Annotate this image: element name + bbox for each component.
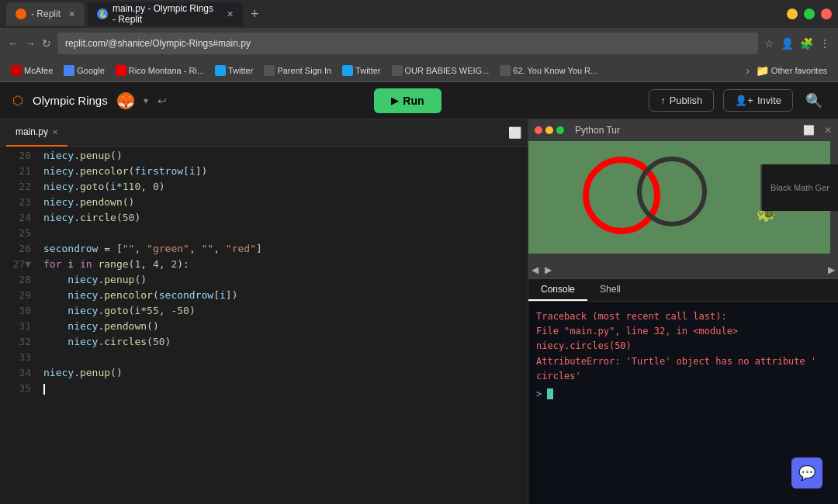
shell-tab[interactable]: Shell [587,279,633,301]
code-line-25: 25 [0,227,528,243]
code-content[interactable]: 20 niecy.penup() 21 niecy.pencolor(first… [0,147,528,504]
play-icon: ▶ [391,95,398,106]
address-input[interactable] [57,33,758,54]
window-controls [787,9,832,19]
bookmark-other-label: Other favorites [771,66,827,75]
bookmark-babies[interactable]: OUR BABIES WEIG... [387,64,494,78]
dropdown-chevron-icon[interactable]: ▾ [144,95,148,106]
code-line-35: 35 [0,382,528,398]
tab-replit-close[interactable]: ✕ [68,9,75,19]
bookmarks-more-button[interactable]: › [746,64,750,77]
turtle-maximize-icon[interactable] [556,126,564,134]
bookmark-62[interactable]: 62. You Know You R... [495,64,602,78]
tab-replit[interactable]: - Replit ✕ [6,2,85,26]
editor-tab-close[interactable]: ✕ [52,128,58,136]
new-tab-button[interactable]: + [246,6,264,22]
code-line-33: 33 [0,351,528,367]
bookmark-twitter2[interactable]: Twitter [338,64,385,78]
extensions-icon[interactable]: 🧩 [800,37,813,50]
rico-icon [116,65,126,76]
forward-icon[interactable]: → [25,37,36,50]
console-tab[interactable]: Console [528,279,587,301]
bookmark-google-label: Google [77,66,104,75]
tab-main-py[interactable]: 🐍 main.py - Olympic Rings - Replit ✕ [88,2,243,26]
close-button[interactable] [821,9,832,19]
console-cursor-icon [547,388,553,399]
publish-label: Publish [670,95,703,106]
profile-icon[interactable]: 👤 [781,37,794,50]
console-prompt: > [536,388,830,400]
browser-chrome: - Replit ✕ 🐍 main.py - Olympic Rings - R… [0,0,838,82]
invite-button[interactable]: 👤+ Invite [723,89,793,112]
code-line-32: 32 niecy.circles(50) [0,336,528,351]
editor-tabs: main.py ✕ ⬜ [0,119,528,147]
replit-header: ⬡ Olympic Rings 🦊 ▾ ↩ ▶ Run ↑ Publish 👤+… [0,82,838,119]
undo-button[interactable]: ↩ [158,95,167,107]
code-line-27: 27▼ for i in range(1, 4, 2): [0,258,528,274]
code-line-31: 31 niecy.pendown() [0,320,528,336]
reload-icon[interactable]: ↻ [42,37,51,50]
bookmark-star-icon[interactable]: ☆ [764,37,774,50]
run-label: Run [403,95,424,107]
bookmark-mcafee-label: McAfee [24,66,53,75]
parent-sign-in-icon [264,65,275,76]
search-button[interactable]: 🔍 [802,89,826,112]
turtle-window-buttons [535,126,564,134]
tab-main-py-close[interactable]: ✕ [227,9,234,19]
editor-tab-main-py[interactable]: main.py ✕ [6,119,68,147]
bookmark-rico[interactable]: Rico Montana - Ri... [111,64,209,78]
maximize-button[interactable] [804,9,815,19]
turtle-scrollbar-horizontal[interactable] [528,254,830,261]
bk62-icon [500,65,511,76]
publish-button[interactable]: ↑ Publish [649,89,714,112]
console-tab-label: Console [541,284,575,295]
turtle-nav-left[interactable]: ◀ [532,264,538,275]
run-button[interactable]: ▶ Run [374,88,441,113]
menu-icon[interactable]: ⋮ [819,37,830,50]
code-line-22: 22 niecy.goto(i*110, 0) [0,181,528,196]
console-tabs: Console Shell [528,279,838,302]
bookmark-rico-label: Rico Montana - Ri... [129,66,204,75]
bookmarks-bar: McAfee Google Rico Montana - Ri... Twitt… [0,59,838,82]
main-content: main.py ✕ ⬜ 20 niecy.penup() 21 niecy.pe… [0,119,838,504]
shell-tab-label: Shell [600,284,621,295]
bookmark-mcafee[interactable]: McAfee [6,64,57,78]
code-line-20: 20 niecy.penup() [0,150,528,165]
bookmark-google[interactable]: Google [59,64,109,78]
code-editor: main.py ✕ ⬜ 20 niecy.penup() 21 niecy.pe… [0,119,528,504]
side-panel-hint: Black Math Ger [760,164,838,211]
tab-bar: - Replit ✕ 🐍 main.py - Olympic Rings - R… [0,0,838,28]
bookmark-parent-sign-in-label: Parent Sign In [277,66,331,75]
bookmark-parent-sign-in[interactable]: Parent Sign In [259,64,336,78]
error-line-2: File "main.py", line 32, in <module> [536,324,830,339]
error-line-1: Traceback (most recent call last): [536,309,830,324]
replit-favicon [16,9,26,19]
turtle-titlebar: Python Tur ⬜ ✕ [528,119,838,141]
editor-maximize-icon[interactable]: ⬜ [508,126,521,139]
bookmark-other-favorites[interactable]: 📁 Other favorites [751,63,832,78]
turtle-close-x-icon[interactable]: ✕ [824,125,832,136]
replit-app: ⬡ Olympic Rings 🦊 ▾ ↩ ▶ Run ↑ Publish 👤+… [0,82,838,504]
back-icon[interactable]: ← [8,37,19,50]
code-line-24: 24 niecy.circle(50) [0,212,528,227]
turtle-close-icon[interactable] [535,126,542,134]
code-line-28: 28 niecy.penup() [0,274,528,289]
invite-label: Invite [757,95,781,106]
replit-logo-icon: ⬡ [12,93,23,108]
turtle-minimize-icon[interactable] [545,126,553,134]
editor-tab-label: main.py [16,126,48,137]
prompt-symbol: > [536,388,547,399]
chat-bubble-button[interactable]: 💬 [791,457,822,488]
turtle-nav-more[interactable]: ▶ [828,264,835,275]
main-py-favicon: 🐍 [97,9,108,19]
folder-icon: 📁 [756,64,769,77]
bookmark-babies-label: OUR BABIES WEIG... [405,66,490,75]
turtle-expand-icon[interactable]: ⬜ [803,125,815,136]
code-line-34: 34 niecy.penup() [0,367,528,382]
minimize-button[interactable] [787,9,798,19]
turtle-nav-right[interactable]: ▶ [545,264,552,275]
olympic-circle-black [637,157,707,226]
code-line-29: 29 niecy.pencolor(secondrow[i]) [0,289,528,305]
error-line-3: niecy.circles(50) [536,339,830,354]
bookmark-twitter1[interactable]: Twitter [210,64,258,78]
